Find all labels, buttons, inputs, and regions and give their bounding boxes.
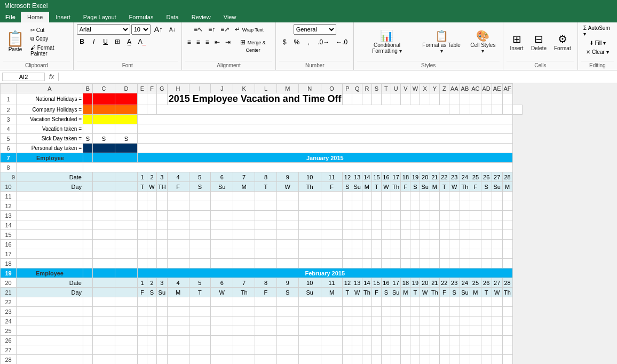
- cell-d3[interactable]: [115, 115, 138, 124]
- cell-q1[interactable]: [352, 93, 362, 105]
- format-painter-button[interactable]: 🖌 Format Painter: [28, 44, 70, 58]
- col-o[interactable]: O: [321, 84, 343, 93]
- cell-c4[interactable]: [93, 124, 115, 134]
- cell-v10[interactable]: F: [401, 182, 410, 192]
- cell-d10[interactable]: [115, 182, 138, 192]
- cell-aa1[interactable]: [449, 93, 460, 105]
- cell-ae9[interactable]: 27: [492, 172, 502, 182]
- delete-button[interactable]: ⊟ Delete: [528, 31, 550, 53]
- cell-d4[interactable]: [115, 124, 138, 134]
- cell-ab10[interactable]: Th: [460, 182, 470, 192]
- comma-button[interactable]: ,: [303, 37, 314, 47]
- cell-af9[interactable]: 28: [502, 172, 512, 182]
- row-2-num[interactable]: 2: [1, 105, 17, 115]
- align-center[interactable]: ≡: [194, 37, 202, 55]
- cell-ad2[interactable]: [492, 105, 502, 115]
- col-f[interactable]: F: [147, 84, 157, 93]
- cell-c9[interactable]: [93, 172, 115, 182]
- cell-a10-day[interactable]: Day: [17, 182, 83, 192]
- col-b[interactable]: B: [83, 84, 93, 93]
- cell-m9[interactable]: 9: [276, 172, 298, 182]
- cell-cd7[interactable]: [93, 153, 138, 163]
- cell-x1[interactable]: [420, 93, 430, 105]
- cell-z2[interactable]: [449, 105, 460, 115]
- cell-c1[interactable]: [93, 93, 115, 105]
- cell-f2[interactable]: [147, 105, 157, 115]
- cell-a8[interactable]: [17, 163, 83, 172]
- cell-g10[interactable]: TH: [157, 182, 168, 192]
- cell-af1[interactable]: [502, 93, 512, 105]
- col-v[interactable]: V: [401, 84, 410, 93]
- cell-af10[interactable]: M: [502, 182, 512, 192]
- col-h[interactable]: H: [167, 84, 189, 93]
- cell-g9[interactable]: 3: [157, 172, 168, 182]
- cell-a5[interactable]: Sick Day taken =: [17, 134, 83, 144]
- cell-a21-day[interactable]: Day: [17, 288, 83, 297]
- cell-b19[interactable]: [83, 268, 93, 278]
- formula-input[interactable]: [61, 74, 615, 80]
- cell-d5[interactable]: S: [115, 134, 138, 144]
- cell-x10[interactable]: Su: [420, 182, 430, 192]
- cell-t9[interactable]: 16: [381, 172, 391, 182]
- row-6-num[interactable]: 6: [1, 144, 17, 153]
- cell-a4[interactable]: Vacation taken =: [17, 124, 83, 134]
- cell-e2[interactable]: [138, 105, 147, 115]
- col-z[interactable]: Z: [439, 84, 449, 93]
- cell-j10[interactable]: Su: [211, 182, 233, 192]
- cell-c3[interactable]: [93, 115, 115, 124]
- cell-ad1[interactable]: [481, 93, 492, 105]
- cell-b2[interactable]: [83, 105, 93, 115]
- cell-a19-employee[interactable]: Employee: [17, 268, 83, 278]
- cell-i9[interactable]: 5: [189, 172, 211, 182]
- cell-u9[interactable]: 17: [391, 172, 400, 182]
- cell-y1[interactable]: [430, 93, 439, 105]
- font-size-select[interactable]: 10: [131, 24, 151, 35]
- wrap-text-button[interactable]: ↵ Wrap Text: [233, 24, 266, 35]
- copy-button[interactable]: ⧉ Copy: [28, 35, 70, 43]
- cell-b1[interactable]: [83, 93, 93, 105]
- row-8-num[interactable]: 8: [1, 163, 17, 172]
- cell-y9[interactable]: 21: [430, 172, 439, 182]
- col-ae[interactable]: AE: [492, 84, 502, 93]
- italic-button[interactable]: I: [89, 37, 99, 46]
- col-t[interactable]: T: [381, 84, 391, 93]
- cell-h10[interactable]: F: [167, 182, 189, 192]
- cell-ae1[interactable]: [492, 93, 502, 105]
- cell-e4[interactable]: [138, 124, 513, 134]
- cell-b9[interactable]: [83, 172, 93, 182]
- tab-insert[interactable]: Insert: [49, 12, 77, 22]
- tab-formulas[interactable]: Formulas: [123, 12, 160, 22]
- cell-u10[interactable]: Th: [391, 182, 400, 192]
- tab-view[interactable]: View: [217, 12, 243, 22]
- cell-u1[interactable]: [391, 93, 400, 105]
- cell-e5[interactable]: [138, 134, 513, 144]
- col-e[interactable]: E: [138, 84, 147, 93]
- cell-t1[interactable]: [381, 93, 391, 105]
- cell-h9[interactable]: 4: [167, 172, 189, 182]
- cell-ac2[interactable]: [481, 105, 492, 115]
- cell-r10[interactable]: M: [362, 182, 371, 192]
- cell-f1[interactable]: [147, 93, 157, 105]
- cell-ab9[interactable]: 24: [460, 172, 470, 182]
- col-q[interactable]: Q: [352, 84, 362, 93]
- cell-p10[interactable]: S: [343, 182, 352, 192]
- cell-c6[interactable]: [93, 144, 115, 153]
- merge-center-button[interactable]: ⊞ Merge & Center: [234, 37, 273, 55]
- cell-f9[interactable]: 2: [147, 172, 157, 182]
- cell-d19[interactable]: [115, 268, 138, 278]
- col-a[interactable]: A: [17, 84, 83, 93]
- cell-r9[interactable]: 14: [362, 172, 371, 182]
- cell-d2[interactable]: [115, 105, 138, 115]
- cell-x9[interactable]: 20: [420, 172, 430, 182]
- cell-title[interactable]: 2015 Employee Vacation and Time Off: [167, 93, 343, 105]
- cell-j9[interactable]: 6: [211, 172, 233, 182]
- cell-w1[interactable]: [410, 93, 420, 105]
- cell-g1[interactable]: [157, 93, 168, 105]
- row-9-num[interactable]: 9: [1, 172, 17, 182]
- bold-button[interactable]: B: [77, 37, 88, 46]
- cell-ad9[interactable]: 26: [481, 172, 492, 182]
- indent-decrease[interactable]: ⇤: [212, 37, 222, 55]
- cell-styles-button[interactable]: 🎨 Cell Styles ▾: [466, 28, 500, 56]
- cell-n9[interactable]: 10: [298, 172, 321, 182]
- col-l[interactable]: L: [255, 84, 277, 93]
